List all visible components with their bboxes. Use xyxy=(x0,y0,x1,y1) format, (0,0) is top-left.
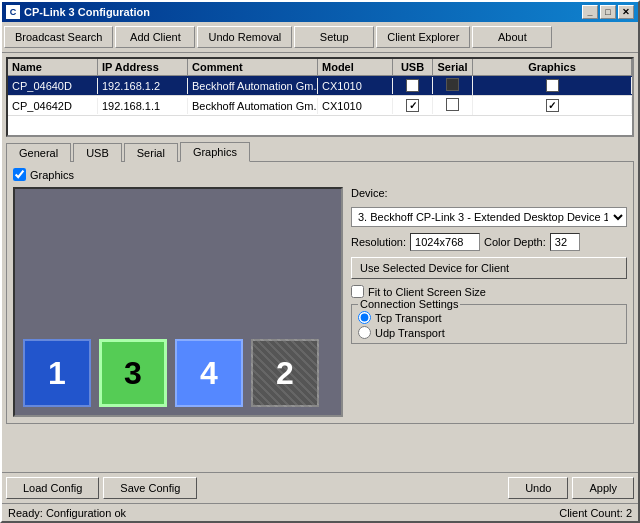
connection-legend: Connection Settings xyxy=(358,298,460,310)
usb-checkbox[interactable] xyxy=(406,99,419,112)
use-device-button[interactable]: Use Selected Device for Client xyxy=(351,257,627,279)
monitor-block-1[interactable]: 1 xyxy=(23,339,91,407)
cell-usb xyxy=(393,77,433,94)
resolution-row: Resolution: 1024x768 Color Depth: 32 xyxy=(351,233,627,251)
color-depth-label: Color Depth: xyxy=(484,236,546,248)
monitor-block-2[interactable]: 2 xyxy=(251,339,319,407)
devices-table: Name IP Address Comment Model USB Serial… xyxy=(6,57,634,137)
udp-label: Udp Transport xyxy=(375,327,445,339)
tcp-radio[interactable] xyxy=(358,311,371,324)
status-text: Ready: Configuration ok xyxy=(8,507,126,519)
device-select[interactable]: 3. Beckhoff CP-Link 3 - Extended Desktop… xyxy=(351,207,627,227)
about-button[interactable]: About xyxy=(472,26,552,48)
resolution-value: 1024x768 xyxy=(410,233,480,251)
cell-model: CX1010 xyxy=(318,98,393,114)
graphics-enable-checkbox[interactable] xyxy=(13,168,26,181)
setup-button[interactable]: Setup xyxy=(294,26,374,48)
restore-button[interactable]: □ xyxy=(600,5,616,19)
title-controls: _ □ ✕ xyxy=(582,5,634,19)
cell-name: CP_04640D xyxy=(8,78,98,94)
cell-graphics xyxy=(473,97,632,114)
bottom-bar: Load Config Save Config Undo Apply xyxy=(2,472,638,503)
graphics-header: Graphics xyxy=(13,168,627,181)
tab-panel-graphics: Graphics 1 3 4 2 Device: 3. Beckhoff CP-… xyxy=(6,161,634,424)
cell-serial xyxy=(433,76,473,95)
tab-general[interactable]: General xyxy=(6,143,71,162)
monitor-block-4[interactable]: 4 xyxy=(175,339,243,407)
cell-graphics xyxy=(473,77,632,94)
cell-model: CX1010 xyxy=(318,78,393,94)
udp-radio-row: Udp Transport xyxy=(358,326,620,339)
cell-comment: Beckhoff Automation Gm... xyxy=(188,98,318,114)
broadcast-search-button[interactable]: Broadcast Search xyxy=(4,26,113,48)
tab-serial[interactable]: Serial xyxy=(124,143,178,162)
graphics-label: Graphics xyxy=(30,169,74,181)
udp-radio[interactable] xyxy=(358,326,371,339)
tab-usb[interactable]: USB xyxy=(73,143,122,162)
serial-checkbox[interactable] xyxy=(446,98,459,111)
col-header-comment: Comment xyxy=(188,59,318,75)
tab-row: General USB Serial Graphics xyxy=(6,141,634,161)
load-config-button[interactable]: Load Config xyxy=(6,477,99,499)
col-header-serial: Serial xyxy=(433,59,473,75)
main-window: C CP-Link 3 Configuration _ □ ✕ Broadcas… xyxy=(0,0,640,523)
device-label: Device: xyxy=(351,187,627,199)
connection-settings-group: Connection Settings Tcp Transport Udp Tr… xyxy=(351,304,627,344)
client-explorer-button[interactable]: Client Explorer xyxy=(376,26,470,48)
usb-checkbox[interactable] xyxy=(406,79,419,92)
fit-screen-label: Fit to Client Screen Size xyxy=(368,286,486,298)
col-header-graphics: Graphics xyxy=(473,59,632,75)
window-icon: C xyxy=(6,5,20,19)
tcp-radio-row: Tcp Transport xyxy=(358,311,620,324)
col-header-name: Name xyxy=(8,59,98,75)
tcp-label: Tcp Transport xyxy=(375,312,442,324)
table-row[interactable]: CP_04640D 192.168.1.2 Beckhoff Automatio… xyxy=(8,76,632,96)
save-config-button[interactable]: Save Config xyxy=(103,477,197,499)
col-header-usb: USB xyxy=(393,59,433,75)
toolbar: Broadcast Search Add Client Undo Removal… xyxy=(2,22,638,53)
resolution-label: Resolution: xyxy=(351,236,406,248)
close-button[interactable]: ✕ xyxy=(618,5,634,19)
title-bar: C CP-Link 3 Configuration _ □ ✕ xyxy=(2,2,638,22)
client-count: Client Count: 2 xyxy=(559,507,632,519)
status-bar: Ready: Configuration ok Client Count: 2 xyxy=(2,503,638,521)
col-header-model: Model xyxy=(318,59,393,75)
cell-name: CP_04642D xyxy=(8,98,98,114)
right-panel: Device: 3. Beckhoff CP-Link 3 - Extended… xyxy=(351,187,627,417)
graphics-checkbox[interactable] xyxy=(546,79,559,92)
panel-content: 1 3 4 2 Device: 3. Beckhoff CP-Link 3 - … xyxy=(13,187,627,417)
tab-graphics[interactable]: Graphics xyxy=(180,142,250,162)
undo-removal-button[interactable]: Undo Removal xyxy=(197,26,292,48)
cell-comment: Beckhoff Automation Gm... xyxy=(188,78,318,94)
table-row[interactable]: CP_04642D 192.168.1.1 Beckhoff Automatio… xyxy=(8,96,632,116)
fit-screen-row: Fit to Client Screen Size xyxy=(351,285,627,298)
monitor-block-3[interactable]: 3 xyxy=(99,339,167,407)
undo-button[interactable]: Undo xyxy=(508,477,568,499)
graphics-checkbox[interactable] xyxy=(546,99,559,112)
cell-usb xyxy=(393,97,433,114)
cell-ip: 192.168.1.1 xyxy=(98,98,188,114)
fit-screen-checkbox[interactable] xyxy=(351,285,364,298)
add-client-button[interactable]: Add Client xyxy=(115,26,195,48)
table-header: Name IP Address Comment Model USB Serial… xyxy=(8,59,632,76)
monitor-display: 1 3 4 2 xyxy=(13,187,343,417)
apply-button[interactable]: Apply xyxy=(572,477,634,499)
col-header-ip: IP Address xyxy=(98,59,188,75)
minimize-button[interactable]: _ xyxy=(582,5,598,19)
serial-checkbox[interactable] xyxy=(446,78,459,91)
cell-serial xyxy=(433,96,473,115)
color-depth-value: 32 xyxy=(550,233,580,251)
window-title: CP-Link 3 Configuration xyxy=(24,6,582,18)
cell-ip: 192.168.1.2 xyxy=(98,78,188,94)
